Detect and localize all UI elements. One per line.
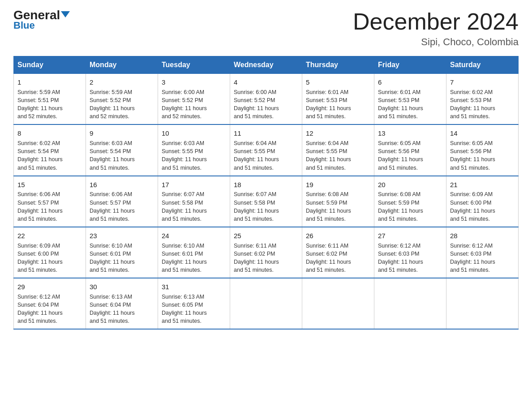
calendar-cell [374, 278, 446, 329]
calendar-cell: 29Sunrise: 6:12 AM Sunset: 6:04 PM Dayli… [14, 278, 86, 329]
title-area: December 2024 Sipi, Choco, Colombia [353, 9, 519, 48]
day-info: Sunrise: 6:02 AM Sunset: 5:53 PM Dayligh… [450, 88, 515, 121]
week-row-4: 22Sunrise: 6:09 AM Sunset: 6:00 PM Dayli… [14, 227, 519, 278]
calendar-cell: 16Sunrise: 6:06 AM Sunset: 5:57 PM Dayli… [86, 176, 158, 227]
day-number: 8 [17, 128, 82, 138]
calendar-cell: 30Sunrise: 6:13 AM Sunset: 6:04 PM Dayli… [86, 278, 158, 329]
day-info: Sunrise: 6:09 AM Sunset: 6:00 PM Dayligh… [17, 242, 82, 274]
calendar-cell: 14Sunrise: 6:05 AM Sunset: 5:56 PM Dayli… [446, 124, 519, 176]
logo: General Blue [13, 9, 70, 31]
day-info: Sunrise: 6:12 AM Sunset: 6:03 PM Dayligh… [378, 242, 442, 274]
calendar-cell: 7Sunrise: 6:02 AM Sunset: 5:53 PM Daylig… [446, 74, 519, 125]
calendar-cell: 2Sunrise: 5:59 AM Sunset: 5:52 PM Daylig… [86, 74, 158, 125]
day-number: 18 [234, 180, 298, 190]
day-info: Sunrise: 6:11 AM Sunset: 6:02 PM Dayligh… [234, 242, 298, 274]
calendar-table: SundayMondayTuesdayWednesdayThursdayFrid… [13, 56, 519, 330]
day-number: 25 [234, 231, 298, 241]
calendar-cell: 24Sunrise: 6:10 AM Sunset: 6:01 PM Dayli… [158, 227, 230, 278]
day-info: Sunrise: 6:04 AM Sunset: 5:55 PM Dayligh… [234, 139, 298, 172]
page-header: General Blue December 2024 Sipi, Choco, … [13, 9, 519, 48]
header-wednesday: Wednesday [230, 56, 302, 74]
calendar-cell [230, 278, 302, 329]
day-info: Sunrise: 6:05 AM Sunset: 5:56 PM Dayligh… [450, 139, 515, 172]
day-info: Sunrise: 6:00 AM Sunset: 5:52 PM Dayligh… [234, 88, 298, 121]
calendar-cell: 22Sunrise: 6:09 AM Sunset: 6:00 PM Dayli… [14, 227, 86, 278]
calendar-cell: 4Sunrise: 6:00 AM Sunset: 5:52 PM Daylig… [230, 74, 302, 125]
day-number: 9 [90, 128, 154, 138]
day-number: 28 [450, 231, 515, 241]
header-tuesday: Tuesday [158, 56, 230, 74]
week-row-1: 1Sunrise: 5:59 AM Sunset: 5:51 PM Daylig… [14, 74, 519, 125]
day-number: 4 [234, 77, 298, 87]
day-info: Sunrise: 6:00 AM Sunset: 5:52 PM Dayligh… [162, 88, 226, 121]
day-info: Sunrise: 6:07 AM Sunset: 5:58 PM Dayligh… [234, 190, 298, 223]
day-number: 6 [378, 77, 442, 87]
header-sunday: Sunday [14, 56, 86, 74]
calendar-cell: 6Sunrise: 6:01 AM Sunset: 5:53 PM Daylig… [374, 74, 446, 125]
day-info: Sunrise: 6:09 AM Sunset: 6:00 PM Dayligh… [450, 190, 515, 223]
calendar-cell: 17Sunrise: 6:07 AM Sunset: 5:58 PM Dayli… [158, 176, 230, 227]
calendar-cell: 21Sunrise: 6:09 AM Sunset: 6:00 PM Dayli… [446, 176, 519, 227]
logo-blue: Blue [13, 20, 35, 31]
calendar-cell: 19Sunrise: 6:08 AM Sunset: 5:59 PM Dayli… [302, 176, 374, 227]
location: Sipi, Choco, Colombia [353, 36, 519, 48]
day-info: Sunrise: 6:05 AM Sunset: 5:56 PM Dayligh… [378, 139, 442, 172]
header-monday: Monday [86, 56, 158, 74]
header-thursday: Thursday [302, 56, 374, 74]
day-number: 1 [17, 77, 82, 87]
week-row-2: 8Sunrise: 6:02 AM Sunset: 5:54 PM Daylig… [14, 124, 519, 176]
week-row-5: 29Sunrise: 6:12 AM Sunset: 6:04 PM Dayli… [14, 278, 519, 329]
header-friday: Friday [374, 56, 446, 74]
logo-triangle-icon [61, 11, 70, 17]
header-row: SundayMondayTuesdayWednesdayThursdayFrid… [14, 56, 519, 74]
day-number: 2 [90, 77, 154, 87]
day-info: Sunrise: 6:02 AM Sunset: 5:54 PM Dayligh… [17, 139, 82, 172]
day-info: Sunrise: 6:11 AM Sunset: 6:02 PM Dayligh… [306, 242, 370, 274]
day-number: 30 [90, 282, 154, 292]
calendar-cell: 26Sunrise: 6:11 AM Sunset: 6:02 PM Dayli… [302, 227, 374, 278]
day-number: 12 [306, 128, 370, 138]
day-info: Sunrise: 6:03 AM Sunset: 5:54 PM Dayligh… [90, 139, 154, 172]
day-info: Sunrise: 6:06 AM Sunset: 5:57 PM Dayligh… [90, 190, 154, 223]
day-number: 7 [450, 77, 515, 87]
calendar-cell: 5Sunrise: 6:01 AM Sunset: 5:53 PM Daylig… [302, 74, 374, 125]
day-number: 5 [306, 77, 370, 87]
calendar-cell: 23Sunrise: 6:10 AM Sunset: 6:01 PM Dayli… [86, 227, 158, 278]
day-info: Sunrise: 6:01 AM Sunset: 5:53 PM Dayligh… [306, 88, 370, 121]
day-info: Sunrise: 6:03 AM Sunset: 5:55 PM Dayligh… [162, 139, 226, 172]
day-info: Sunrise: 5:59 AM Sunset: 5:52 PM Dayligh… [90, 88, 154, 121]
calendar-cell: 28Sunrise: 6:12 AM Sunset: 6:03 PM Dayli… [446, 227, 519, 278]
calendar-cell: 3Sunrise: 6:00 AM Sunset: 5:52 PM Daylig… [158, 74, 230, 125]
day-number: 29 [17, 282, 82, 292]
day-number: 26 [306, 231, 370, 241]
day-number: 22 [17, 231, 82, 241]
calendar-cell: 15Sunrise: 6:06 AM Sunset: 5:57 PM Dayli… [14, 176, 86, 227]
day-number: 20 [378, 180, 442, 190]
calendar-cell [302, 278, 374, 329]
day-number: 17 [162, 180, 226, 190]
day-number: 10 [162, 128, 226, 138]
calendar-cell: 27Sunrise: 6:12 AM Sunset: 6:03 PM Dayli… [374, 227, 446, 278]
day-info: Sunrise: 6:01 AM Sunset: 5:53 PM Dayligh… [378, 88, 442, 121]
day-info: Sunrise: 6:06 AM Sunset: 5:57 PM Dayligh… [17, 190, 82, 223]
calendar-cell: 13Sunrise: 6:05 AM Sunset: 5:56 PM Dayli… [374, 124, 446, 176]
day-number: 27 [378, 231, 442, 241]
day-info: Sunrise: 6:08 AM Sunset: 5:59 PM Dayligh… [306, 190, 370, 223]
week-row-3: 15Sunrise: 6:06 AM Sunset: 5:57 PM Dayli… [14, 176, 519, 227]
day-info: Sunrise: 6:13 AM Sunset: 6:05 PM Dayligh… [162, 293, 226, 325]
calendar-cell: 25Sunrise: 6:11 AM Sunset: 6:02 PM Dayli… [230, 227, 302, 278]
day-info: Sunrise: 6:12 AM Sunset: 6:04 PM Dayligh… [17, 293, 82, 325]
day-info: Sunrise: 5:59 AM Sunset: 5:51 PM Dayligh… [17, 88, 82, 121]
header-saturday: Saturday [446, 56, 519, 74]
calendar-cell: 18Sunrise: 6:07 AM Sunset: 5:58 PM Dayli… [230, 176, 302, 227]
day-number: 31 [162, 282, 226, 292]
day-info: Sunrise: 6:07 AM Sunset: 5:58 PM Dayligh… [162, 190, 226, 223]
calendar-cell: 10Sunrise: 6:03 AM Sunset: 5:55 PM Dayli… [158, 124, 230, 176]
day-number: 11 [234, 128, 298, 138]
day-info: Sunrise: 6:13 AM Sunset: 6:04 PM Dayligh… [90, 293, 154, 325]
calendar-cell [446, 278, 519, 329]
month-title: December 2024 [353, 9, 519, 34]
day-info: Sunrise: 6:08 AM Sunset: 5:59 PM Dayligh… [378, 190, 442, 223]
day-info: Sunrise: 6:10 AM Sunset: 6:01 PM Dayligh… [162, 242, 226, 274]
calendar-cell: 9Sunrise: 6:03 AM Sunset: 5:54 PM Daylig… [86, 124, 158, 176]
